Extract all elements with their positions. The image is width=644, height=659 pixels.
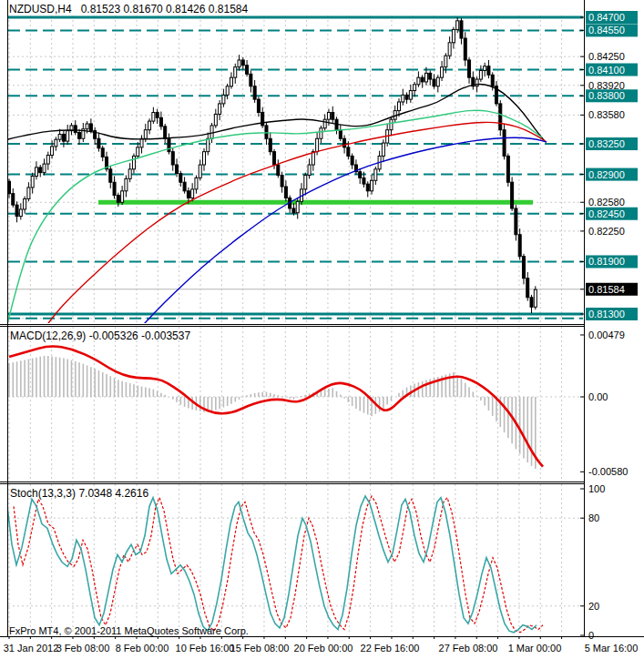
candle-body (101, 148, 104, 157)
price-axis-label: 20 (588, 601, 599, 612)
candle-body (374, 169, 377, 180)
candle-body (132, 156, 135, 168)
candle-body (66, 131, 69, 142)
candle-body (140, 138, 143, 147)
candle-body (281, 176, 283, 187)
candle-body (179, 174, 182, 183)
price-axis-label: 0.83580 (588, 109, 625, 120)
candle-body (97, 138, 100, 148)
candle-body (86, 124, 88, 129)
candle-body (269, 138, 271, 151)
time-axis-label: 31 Jan 2012 (4, 643, 59, 654)
mt4-chart-window: 0.847000.845500.841000.838000.832500.829… (0, 0, 644, 659)
price-axis-label: 0.82900 (588, 169, 625, 180)
time-axis-label: 8 Feb 00:00 (116, 643, 169, 654)
time-axis-label: 10 Feb 16:00 (176, 643, 235, 654)
candle-body (464, 38, 466, 60)
candle-body (534, 289, 537, 307)
time-axis-label: 3 Feb 08:00 (56, 643, 110, 654)
price-axis-label: 0.83920 (588, 80, 625, 91)
candle-body (522, 257, 525, 279)
candle-body (241, 60, 244, 66)
time-axis[interactable]: 31 Jan 20123 Feb 08:008 Feb 00:0010 Feb … (4, 636, 639, 654)
price-axis-label: 0.00479 (588, 330, 625, 340)
candle-body (219, 104, 221, 115)
candle-body (226, 86, 229, 96)
candle-body (452, 29, 455, 42)
price-axis-label: 100 (588, 483, 605, 494)
candle-body (12, 194, 15, 205)
candle-body (414, 85, 416, 91)
candle-body (222, 95, 225, 104)
candle-body (421, 77, 424, 82)
macd-plot-area[interactable] (7, 326, 584, 481)
candle-body (487, 66, 490, 76)
candle-body (62, 134, 65, 141)
candle-body (168, 138, 170, 151)
candle-body (246, 66, 249, 75)
candle-body (257, 99, 260, 112)
candle-body (113, 182, 116, 195)
symbol-timeframe-label: NZDUSD,H4 (9, 3, 72, 15)
candle-body (511, 182, 514, 208)
candle-body (468, 60, 471, 77)
price-axis-label: 0.84100 (588, 65, 625, 76)
candle-body (441, 67, 444, 78)
price-axis[interactable]: 0.847000.845500.841000.838000.832500.829… (580, 11, 638, 641)
candle-body (27, 188, 30, 198)
candle-body (503, 130, 506, 157)
candle-body (456, 21, 459, 30)
candle-body (371, 180, 373, 191)
candle-body (491, 75, 494, 86)
candle-body (31, 177, 34, 188)
candle-body (24, 198, 26, 209)
candle-body (74, 126, 77, 133)
candle-body (323, 119, 326, 128)
candle-body (191, 189, 194, 198)
candle-body (230, 77, 232, 86)
candle-body (284, 187, 287, 198)
candle-body (433, 79, 435, 86)
main-plot-area[interactable] (7, 15, 584, 323)
candle-body (207, 138, 210, 151)
candle-body (296, 201, 299, 212)
price-axis-label: 80 (588, 512, 599, 523)
candle-body (327, 113, 330, 120)
candle-body (58, 134, 61, 139)
price-axis-label: 0.81900 (588, 256, 625, 267)
price-axis-label: 0.81300 (588, 309, 625, 319)
candle-body (484, 66, 486, 71)
candle-body (250, 74, 252, 86)
candle-body (214, 114, 217, 125)
candle-body (320, 128, 322, 139)
candle-body (506, 156, 509, 182)
candle-body (526, 279, 529, 298)
candle-body (417, 77, 420, 85)
chart-title: NZDUSD,H40.81523 0.81670 0.81426 0.81584 (9, 3, 248, 15)
candle-body (35, 167, 37, 177)
candle-body (171, 152, 174, 165)
candle-body (234, 67, 237, 78)
candle-body (183, 182, 186, 191)
candle-body (253, 86, 256, 99)
candle-body (128, 169, 131, 179)
candle-body (339, 130, 342, 139)
candle-body (363, 177, 365, 184)
macd-indicator-label: MACD(12,26,9) -0.005326 -0.003537 (10, 330, 190, 342)
candle-body (351, 156, 353, 165)
time-axis-label: 20 Feb 00:00 (294, 643, 353, 654)
candle-body (424, 73, 427, 82)
price-axis-label: 0.82580 (588, 197, 625, 208)
candle-body (78, 133, 81, 139)
time-axis-label: 15 Feb 08:00 (230, 643, 290, 654)
candle-body (137, 147, 139, 157)
stoch-indicator-label: Stoch(13,3,3) 7.0348 4.2616 (10, 487, 148, 500)
price-axis-label: 0.84250 (588, 51, 625, 62)
candle-body (390, 119, 393, 130)
candle-body (402, 95, 404, 102)
candle-body (382, 143, 384, 156)
ohlc-quote-values: 0.81523 0.81670 0.81426 0.81584 (81, 3, 249, 15)
candle-body (203, 152, 206, 165)
candle-body (15, 205, 18, 216)
candle-body (148, 121, 151, 130)
